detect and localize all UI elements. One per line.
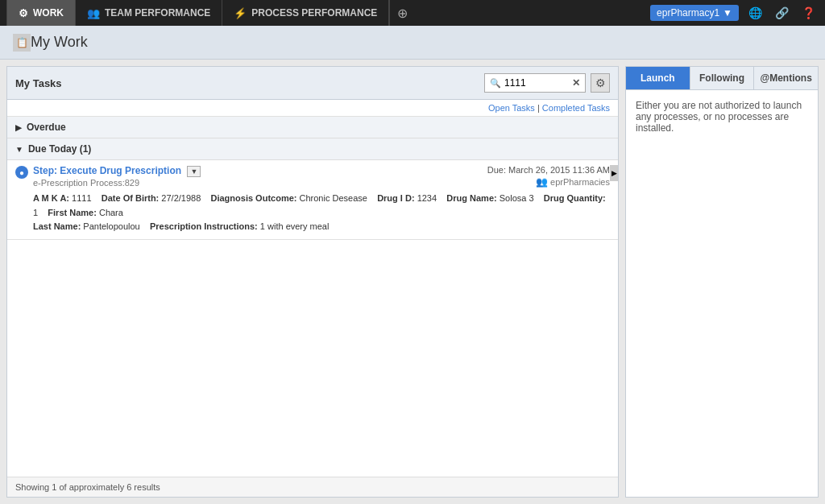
right-panel: Launch Following @Mentions Either you ar… xyxy=(625,66,819,498)
search-box: 🔍 ✕ xyxy=(484,73,586,93)
tab-launch[interactable]: Launch xyxy=(626,67,690,89)
main-content: My Tasks 🔍 ✕ ⚙ Open Tasks | Completed Ta… xyxy=(0,60,825,504)
due-today-arrow-icon: ▼ xyxy=(15,145,23,154)
help-icon[interactable]: ❓ xyxy=(798,6,819,19)
task-item-left: ● Step: Execute Drug Prescription ▼ e-Pr… xyxy=(15,165,201,188)
nav-label-team: TEAM PERFORMANCE xyxy=(105,7,210,19)
user-menu[interactable]: eprPharmacy1 ▼ xyxy=(650,5,739,21)
completed-tasks-link[interactable]: Completed Tasks xyxy=(542,103,610,113)
nav-label-process: PROCESS PERFORMANCE xyxy=(251,7,377,19)
nav-left: ⚙ WORK 👥 TEAM PERFORMANCE ⚡ PROCESS PERF… xyxy=(6,0,415,26)
nav-right: eprPharmacy1 ▼ 🌐 🔗 ❓ xyxy=(650,5,819,21)
task-due: Due: March 26, 2015 11:36 AM xyxy=(487,165,610,175)
settings-icon: ⚙ xyxy=(595,76,606,89)
tasks-title: My Tasks xyxy=(15,77,62,89)
task-assignee: 👥 eprPharmacies xyxy=(487,176,610,188)
username-label: eprPharmacy1 xyxy=(657,7,719,19)
tasks-header: My Tasks 🔍 ✕ ⚙ xyxy=(7,67,618,100)
task-details: A M K A: 1111 Date Of Birth: 27/2/1988 D… xyxy=(15,192,610,234)
tab-launch-label: Launch xyxy=(641,72,675,84)
tab-following[interactable]: Following xyxy=(690,67,755,89)
task-filter-row: Open Tasks | Completed Tasks xyxy=(7,100,618,117)
due-label: Due: xyxy=(487,165,506,175)
tasks-footer: Showing 1 of approximately 6 results xyxy=(7,477,618,497)
nav-item-process-performance[interactable]: ⚡ PROCESS PERFORMANCE xyxy=(222,0,389,26)
task-status-icon: ● xyxy=(15,166,28,179)
team-icon: 👥 xyxy=(87,7,100,19)
task-process-label: e-Prescription Process:829 xyxy=(33,178,139,188)
page-title: My Work xyxy=(31,34,88,51)
scroll-indicator: ▶ xyxy=(610,165,618,181)
user-dropdown-icon: ▼ xyxy=(723,7,732,19)
task-name-area: Step: Execute Drug Prescription ▼ e-Pres… xyxy=(33,165,201,188)
search-icon: 🔍 xyxy=(490,78,501,89)
clear-search-button[interactable]: ✕ xyxy=(572,77,580,89)
overdue-arrow-icon: ▶ xyxy=(15,123,22,132)
link-icon[interactable]: 🔗 xyxy=(772,6,792,19)
top-nav: ⚙ WORK 👥 TEAM PERFORMANCE ⚡ PROCESS PERF… xyxy=(0,0,825,26)
add-icon: ⊕ xyxy=(397,6,408,21)
task-body: ▶ Overdue ▼ Due Today (1) ▶ ● Step: Exec… xyxy=(7,117,618,477)
add-tab-button[interactable]: ⊕ xyxy=(389,0,415,26)
nav-label-work: WORK xyxy=(33,7,64,19)
task-details-row2: Last Name: Pantelopoulou Prescription In… xyxy=(33,221,329,231)
process-icon: ⚡ xyxy=(234,7,247,19)
task-dropdown-button[interactable]: ▼ xyxy=(187,166,201,177)
due-today-label: Due Today (1) xyxy=(28,143,91,155)
nav-item-work[interactable]: ⚙ WORK xyxy=(6,0,76,26)
right-body: Either you are not authorized to launch … xyxy=(626,90,818,497)
work-icon: ⚙ xyxy=(19,7,28,19)
overdue-label: Overdue xyxy=(27,122,66,133)
task-item: ▶ ● Step: Execute Drug Prescription ▼ e-… xyxy=(7,160,618,240)
search-input[interactable] xyxy=(504,77,569,89)
amka-label: A M K A: 1111 Date Of Birth: 27/2/1988 D… xyxy=(33,193,606,217)
open-tasks-link[interactable]: Open Tasks xyxy=(488,103,535,113)
tab-mentions-label: @Mentions xyxy=(760,72,811,84)
assignee-icon: 👥 xyxy=(536,176,548,188)
tab-following-label: Following xyxy=(699,72,744,84)
search-area: 🔍 ✕ ⚙ xyxy=(484,73,610,93)
task-item-header: ● Step: Execute Drug Prescription ▼ e-Pr… xyxy=(15,165,610,188)
assignee-name: eprPharmacies xyxy=(550,177,610,187)
task-name-link[interactable]: Step: Execute Drug Prescription xyxy=(33,165,181,176)
task-right: Due: March 26, 2015 11:36 AM 👥 eprPharma… xyxy=(487,165,610,188)
results-count: Showing 1 of approximately 6 results xyxy=(15,482,160,492)
globe-icon[interactable]: 🌐 xyxy=(745,6,765,19)
nav-item-team-performance[interactable]: 👥 TEAM PERFORMANCE xyxy=(76,0,222,26)
tab-mentions[interactable]: @Mentions xyxy=(754,67,818,89)
due-date: March 26, 2015 11:36 AM xyxy=(508,165,610,175)
due-today-section-header[interactable]: ▼ Due Today (1) xyxy=(7,138,618,160)
page-title-icon: 📋 xyxy=(13,34,31,52)
overdue-section-header[interactable]: ▶ Overdue xyxy=(7,117,618,138)
right-tabs: Launch Following @Mentions xyxy=(626,67,818,90)
tasks-panel: My Tasks 🔍 ✕ ⚙ Open Tasks | Completed Ta… xyxy=(6,66,619,498)
page-header: 📋 My Work xyxy=(0,26,825,60)
settings-button[interactable]: ⚙ xyxy=(591,73,610,93)
launch-message: Either you are not authorized to launch … xyxy=(636,100,802,134)
